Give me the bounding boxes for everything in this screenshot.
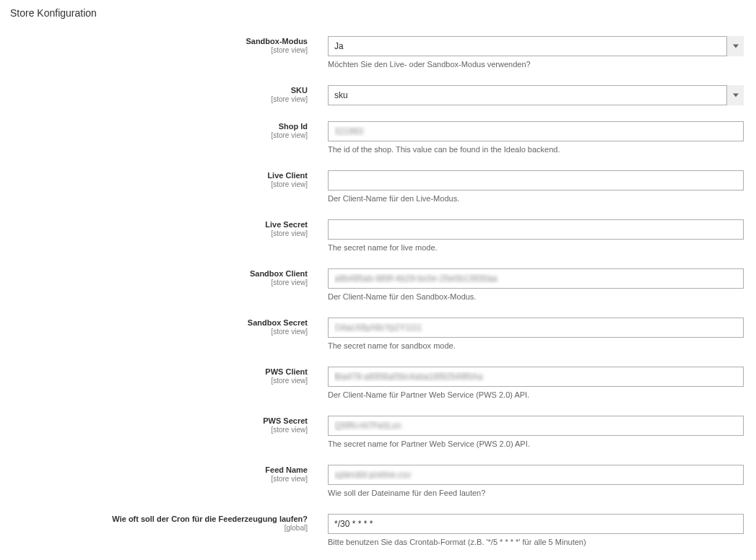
pws-secret-input[interactable] — [328, 416, 744, 436]
feed-name-input[interactable] — [328, 465, 744, 485]
label-cron-feed: Wie oft soll der Cron für die Feederzeug… — [9, 514, 308, 524]
field-col: Bitte benutzen Sie das Crontab-Format (z… — [328, 514, 744, 547]
label-col: Live Client [store view] — [9, 170, 328, 189]
live-client-input[interactable] — [328, 170, 744, 191]
label-col: SKU [store view] — [9, 85, 328, 104]
label-col: Sandbox-Modus [store view] — [9, 36, 328, 55]
row-cron-feed: Wie oft soll der Cron für die Feederzeug… — [9, 514, 747, 547]
scope: [store view] — [9, 229, 308, 238]
field-col: The secret name for Partner Web Service … — [328, 416, 744, 449]
scope: [store view] — [9, 46, 308, 55]
sandbox-mode-select[interactable]: Ja — [328, 36, 744, 56]
label-live-secret: Live Secret — [9, 219, 308, 229]
note: The secret name for sandbox mode. — [328, 341, 744, 351]
label-col: PWS Secret [store view] — [9, 416, 328, 434]
row-live-secret: Live Secret [store view] The secret name… — [9, 219, 747, 253]
config-form: Sandbox-Modus [store view] Ja Möchten Si… — [9, 33, 747, 560]
field-col: The secret name for live mode. — [328, 219, 744, 253]
field-col: The id of the shop. This value can be fo… — [328, 121, 744, 154]
label-col: Shop Id [store view] — [9, 121, 328, 140]
row-shop-id: Shop Id [store view] The id of the shop.… — [9, 121, 747, 154]
scope: [store view] — [9, 180, 308, 189]
label-sku: SKU — [9, 85, 308, 95]
note: Wie soll der Dateiname für den Feed laut… — [328, 488, 744, 498]
scope: [store view] — [9, 475, 308, 484]
scope: [global] — [9, 524, 308, 533]
row-sandbox-secret: Sandbox Secret [store view] The secret n… — [9, 318, 747, 351]
label-live-client: Live Client — [9, 170, 308, 180]
scope: [store view] — [9, 328, 308, 336]
shop-id-input[interactable] — [328, 121, 744, 141]
note: The secret name for Partner Web Service … — [328, 439, 744, 449]
label-sandbox-secret: Sandbox Secret — [9, 318, 308, 328]
label-sandbox-mode: Sandbox-Modus — [9, 36, 308, 46]
row-sandbox-client: Sandbox Client [store view] Der Client-N… — [9, 268, 747, 302]
row-pws-client: PWS Client [store view] Der Client-Name … — [9, 367, 747, 400]
label-shop-id: Shop Id — [9, 121, 308, 131]
label-feed-name: Feed Name — [9, 465, 308, 475]
note: The id of the shop. This value can be fo… — [328, 144, 744, 154]
label-col: Feed Name [store view] — [9, 465, 328, 484]
sku-select[interactable]: sku — [328, 85, 744, 105]
select-wrap: sku — [328, 85, 744, 105]
label-col: Wie oft soll der Cron für die Feederzeug… — [9, 514, 328, 533]
label-col: Sandbox Secret [store view] — [9, 318, 328, 336]
scope: [store view] — [9, 279, 308, 287]
pws-client-input[interactable] — [328, 367, 744, 387]
note: Der Client-Name für den Live-Modus. — [328, 193, 744, 204]
field-col: Der Client-Name für den Live-Modus. — [328, 170, 744, 204]
sandbox-client-input[interactable] — [328, 268, 744, 289]
scope: [store view] — [9, 95, 308, 104]
field-col: Wie soll der Dateiname für den Feed laut… — [328, 465, 744, 498]
sandbox-secret-input[interactable] — [328, 318, 744, 338]
label-col: Live Secret [store view] — [9, 219, 328, 238]
scope: [store view] — [9, 377, 308, 385]
label-pws-secret: PWS Secret — [9, 416, 308, 426]
note: Möchten Sie den Live- oder Sandbox-Modus… — [328, 59, 744, 69]
label-pws-client: PWS Client — [9, 367, 308, 377]
note: The secret name for live mode. — [328, 242, 744, 253]
row-pws-secret: PWS Secret [store view] The secret name … — [9, 416, 747, 449]
scope: [store view] — [9, 426, 308, 434]
field-col: Der Client-Name für den Sandbox-Modus. — [328, 268, 744, 302]
row-sandbox-mode: Sandbox-Modus [store view] Ja Möchten Si… — [9, 36, 747, 69]
select-wrap: Ja — [328, 36, 744, 56]
note: Bitte benutzen Sie das Crontab-Format (z… — [328, 537, 744, 547]
field-col: sku — [328, 85, 744, 105]
row-feed-name: Feed Name [store view] Wie soll der Date… — [9, 465, 747, 498]
scope: [store view] — [9, 131, 308, 140]
note: Der Client-Name für den Sandbox-Modus. — [328, 292, 744, 302]
field-col: Ja Möchten Sie den Live- oder Sandbox-Mo… — [328, 36, 744, 69]
row-live-client: Live Client [store view] Der Client-Name… — [9, 170, 747, 204]
row-sku: SKU [store view] sku — [9, 85, 747, 105]
label-sandbox-client: Sandbox Client — [9, 268, 308, 279]
live-secret-input[interactable] — [328, 219, 744, 240]
section-title: Store Konfiguration — [9, 7, 747, 19]
field-col: Der Client-Name für Partner Web Service … — [328, 367, 744, 400]
field-col: The secret name for sandbox mode. — [328, 318, 744, 351]
label-col: Sandbox Client [store view] — [9, 268, 328, 287]
note: Der Client-Name für Partner Web Service … — [328, 390, 744, 400]
cron-feed-input[interactable] — [328, 514, 744, 534]
label-col: PWS Client [store view] — [9, 367, 328, 385]
